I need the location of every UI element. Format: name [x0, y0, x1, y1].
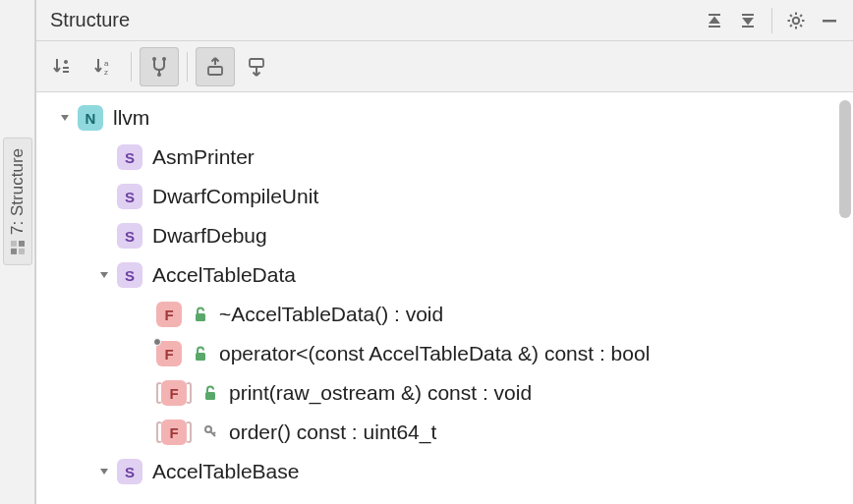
- structure-icon: [11, 241, 25, 254]
- svg-line-12: [800, 15, 802, 17]
- titlebar-actions: [699, 5, 845, 36]
- collapse-arrow-icon[interactable]: [56, 109, 74, 127]
- collapse-arrow-icon[interactable]: [95, 266, 113, 284]
- panel-titlebar: Structure: [36, 0, 853, 41]
- svg-rect-1: [11, 241, 17, 247]
- tree-node-label: AccelTableBase: [152, 460, 299, 483]
- svg-rect-15: [63, 67, 69, 69]
- svg-rect-23: [250, 59, 263, 67]
- separator: [771, 8, 772, 33]
- svg-rect-24: [196, 313, 205, 321]
- tree-node-label: print(raw_ostream &) const : void: [229, 381, 532, 405]
- public-icon: [192, 345, 209, 363]
- svg-text:a: a: [104, 59, 109, 68]
- gear-icon: [786, 11, 806, 30]
- tree-viewport[interactable]: NllvmSAsmPrinterSDwarfCompileUnitSDwarfD…: [36, 92, 853, 504]
- settings-button[interactable]: [780, 5, 812, 36]
- tree-row[interactable]: Forder() const : uint64_t: [42, 413, 853, 452]
- tree-row[interactable]: SAccelTableBase: [42, 452, 853, 491]
- svg-point-19: [152, 57, 156, 61]
- structure-panel: Structure: [35, 0, 853, 504]
- svg-rect-3: [19, 241, 25, 247]
- svg-line-9: [790, 15, 792, 17]
- expand-all-button[interactable]: [699, 5, 730, 36]
- sort-by-type-button[interactable]: [42, 47, 82, 86]
- sort-alpha-button[interactable]: a z: [84, 47, 123, 86]
- function-icon: F: [161, 380, 187, 406]
- svg-point-20: [162, 57, 166, 61]
- tree-row[interactable]: Nllvm: [42, 98, 853, 138]
- tree-row[interactable]: SDwarfCompileUnit: [42, 177, 853, 216]
- tree-node-label: AccelTableData: [152, 263, 296, 287]
- panel-toolbar: a z: [36, 41, 853, 92]
- separator: [187, 52, 188, 82]
- hide-button[interactable]: [814, 5, 845, 36]
- struct-icon: S: [117, 459, 142, 484]
- svg-rect-0: [11, 249, 17, 254]
- tree-node-label: DwarfDebug: [152, 224, 267, 248]
- public-icon: [192, 306, 209, 323]
- scrollbar-thumb[interactable]: [839, 100, 851, 218]
- separator: [131, 52, 132, 82]
- private-icon: [201, 423, 219, 441]
- svg-rect-2: [19, 249, 25, 254]
- tree-node-label: DwarfCompileUnit: [152, 185, 318, 208]
- collapse-all-button[interactable]: [732, 5, 764, 36]
- struct-icon: S: [117, 184, 142, 209]
- tree-node-label: operator<(const AccelTableData &) const …: [219, 342, 650, 365]
- show-merged-button[interactable]: [140, 47, 179, 86]
- tree-node-label: llvm: [113, 106, 149, 130]
- panel-title: Structure: [50, 9, 699, 31]
- svg-rect-26: [205, 392, 215, 400]
- tool-window-stripe: 7: Structure: [0, 0, 35, 504]
- tree-node-label: AsmPrinter: [152, 145, 255, 169]
- minimize-icon: [821, 12, 838, 29]
- namespace-icon: N: [78, 105, 103, 131]
- svg-rect-16: [63, 71, 69, 73]
- tree-node-label: order() const : uint64_t: [229, 420, 436, 444]
- svg-line-10: [800, 25, 802, 27]
- svg-line-11: [790, 25, 792, 27]
- tree-row[interactable]: SAccelTableData: [42, 255, 853, 295]
- function-icon: F: [156, 341, 182, 366]
- svg-point-21: [157, 73, 161, 77]
- tree-node-label: ~AccelTableData() : void: [219, 303, 443, 326]
- svg-text:z: z: [104, 68, 108, 77]
- structure-tree: NllvmSAsmPrinterSDwarfCompileUnitSDwarfD…: [36, 92, 853, 497]
- public-icon: [201, 384, 219, 402]
- struct-icon: S: [117, 144, 142, 170]
- sidebar-tab-label: 7: Structure: [8, 148, 28, 235]
- tree-row[interactable]: Fprint(raw_ostream &) const : void: [42, 373, 853, 413]
- function-icon: F: [161, 420, 187, 445]
- svg-point-14: [64, 60, 68, 64]
- tree-row[interactable]: SDwarfDebug: [42, 216, 853, 255]
- struct-icon: S: [117, 223, 142, 249]
- function-icon: F: [156, 302, 182, 327]
- struct-icon: S: [117, 262, 142, 288]
- tree-row[interactable]: SAsmPrinter: [42, 138, 853, 177]
- svg-rect-25: [196, 353, 205, 361]
- svg-point-4: [793, 17, 799, 23]
- tree-row[interactable]: F~AccelTableData() : void: [42, 295, 853, 334]
- svg-rect-22: [208, 67, 222, 75]
- svg-rect-13: [823, 20, 836, 23]
- tree-row[interactable]: Foperator<(const AccelTableData &) const…: [42, 334, 853, 373]
- collapse-arrow-icon[interactable]: [95, 463, 113, 480]
- autoscroll-to-source-button[interactable]: [196, 47, 235, 86]
- autoscroll-from-source-button[interactable]: [237, 47, 276, 86]
- sidebar-tab-structure[interactable]: 7: Structure: [3, 138, 32, 265]
